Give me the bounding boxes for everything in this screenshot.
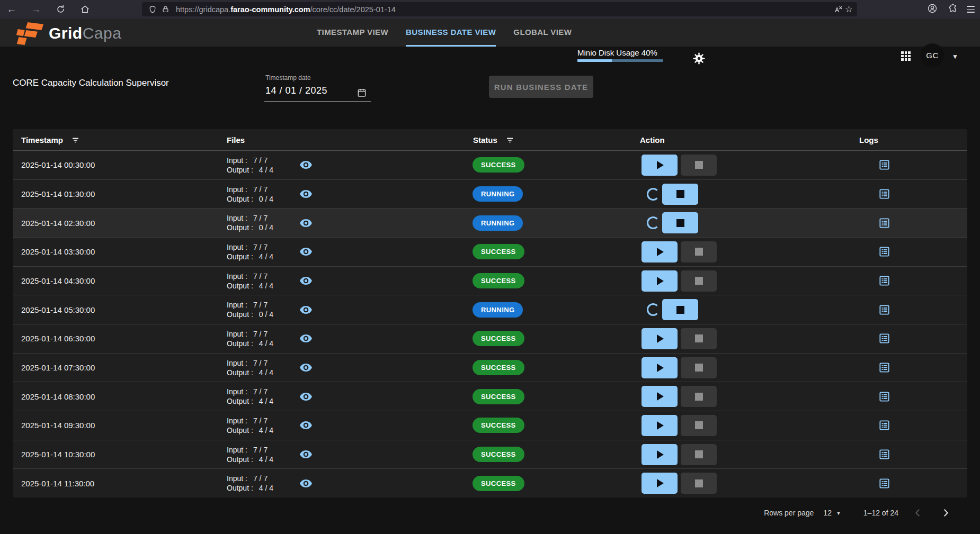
tab-timestamp-view[interactable]: TIMESTAMP VIEW xyxy=(317,19,388,47)
stop-button-disabled[interactable] xyxy=(681,155,717,176)
output-count: 0 / 4 xyxy=(259,223,273,232)
table-row[interactable]: 2025-01-14 04:30:00 Input :7 / 7 Output … xyxy=(13,266,967,295)
stop-button-disabled[interactable] xyxy=(681,473,717,494)
shield-icon[interactable] xyxy=(146,3,159,16)
input-label: Input : xyxy=(227,213,247,223)
logs-button[interactable] xyxy=(878,469,890,497)
timestamp-cell: 2025-01-14 02:30:00 xyxy=(21,209,95,237)
run-timestamp-button[interactable] xyxy=(642,415,678,436)
view-files-button[interactable] xyxy=(299,411,313,440)
table-row[interactable]: 2025-01-14 02:30:00 Input :7 / 7 Output … xyxy=(13,208,967,237)
timestamp-filter-button[interactable] xyxy=(70,135,81,146)
run-timestamp-button[interactable] xyxy=(642,270,678,292)
reload-icon[interactable] xyxy=(54,3,67,16)
logs-button[interactable] xyxy=(878,382,890,411)
stop-button-disabled[interactable] xyxy=(681,444,717,465)
table-row[interactable]: 2025-01-14 08:30:00 Input :7 / 7 Output … xyxy=(13,382,967,411)
table-row[interactable]: 2025-01-14 00:30:00 Input :7 / 7 Output … xyxy=(13,151,967,179)
run-business-date-button[interactable]: RUN BUSINESS DATE xyxy=(489,76,593,98)
stop-button-disabled[interactable] xyxy=(681,415,717,436)
timestamp-date-field[interactable]: Timestamp date 14 / 01 / 2025 xyxy=(264,74,371,96)
extensions-icon[interactable] xyxy=(947,3,957,15)
calendar-button[interactable] xyxy=(355,86,368,99)
tab-global-view[interactable]: GLOBAL VIEW xyxy=(513,19,572,47)
tab-business-date-view[interactable]: BUSINESS DATE VIEW xyxy=(406,19,496,47)
input-count: 7 / 7 xyxy=(253,416,268,426)
files-cell: Input :7 / 7 Output :4 / 4 xyxy=(227,382,273,411)
run-timestamp-button[interactable] xyxy=(642,241,678,263)
column-action: Action xyxy=(640,135,665,144)
logs-button[interactable] xyxy=(878,209,890,237)
table-row[interactable]: 2025-01-14 07:30:00 Input :7 / 7 Output … xyxy=(13,353,967,382)
run-timestamp-button[interactable] xyxy=(642,328,678,349)
logs-button[interactable] xyxy=(878,440,890,469)
view-files-button[interactable] xyxy=(299,382,313,411)
run-timestamp-button[interactable] xyxy=(642,473,678,494)
run-timestamp-button[interactable] xyxy=(642,155,678,176)
view-files-button[interactable] xyxy=(299,324,313,353)
input-label: Input : xyxy=(227,271,247,281)
action-cell xyxy=(642,209,698,237)
view-files-button[interactable] xyxy=(299,354,313,382)
table-row[interactable]: 2025-01-14 06:30:00 Input :7 / 7 Output … xyxy=(13,324,967,353)
view-files-button[interactable] xyxy=(299,209,313,237)
avatar[interactable]: GC xyxy=(921,43,944,67)
menu-icon[interactable] xyxy=(967,6,975,12)
stop-icon xyxy=(695,334,703,342)
back-icon[interactable]: ← xyxy=(5,3,18,16)
avatar-caret-icon[interactable]: ▼ xyxy=(952,53,958,60)
view-files-button[interactable] xyxy=(299,180,313,209)
settings-button[interactable] xyxy=(692,51,706,65)
stop-button-disabled[interactable] xyxy=(681,241,717,263)
files-cell: Input :7 / 7 Output :4 / 4 xyxy=(227,411,273,440)
view-files-button[interactable] xyxy=(299,267,313,295)
eye-icon xyxy=(299,158,313,171)
home-icon[interactable] xyxy=(78,3,91,16)
rows-per-page-value: 12 xyxy=(823,509,832,517)
stop-button-disabled[interactable] xyxy=(681,357,717,378)
bookmark-star-icon[interactable]: ☆ xyxy=(845,5,853,14)
stop-button-disabled[interactable] xyxy=(681,386,717,407)
table-row[interactable]: 2025-01-14 01:30:00 Input :7 / 7 Output … xyxy=(13,179,967,209)
url-text: https://gridcapa.farao-community.com/cor… xyxy=(176,5,832,14)
stop-button[interactable] xyxy=(662,184,698,205)
run-timestamp-button[interactable] xyxy=(642,386,678,407)
translate-icon[interactable] xyxy=(832,3,845,16)
view-files-button[interactable] xyxy=(299,151,313,179)
logs-button[interactable] xyxy=(878,238,890,266)
rows-per-page-select[interactable]: 12 ▼ xyxy=(823,509,841,517)
table-row[interactable]: 2025-01-14 10:30:00 Input :7 / 7 Output … xyxy=(13,440,967,469)
logs-button[interactable] xyxy=(878,295,890,324)
previous-page-button[interactable] xyxy=(910,505,926,521)
logs-button[interactable] xyxy=(878,151,890,179)
account-icon[interactable] xyxy=(927,3,938,16)
stop-button[interactable] xyxy=(662,212,698,233)
logs-button[interactable] xyxy=(878,324,890,353)
view-files-button[interactable] xyxy=(299,295,313,324)
play-icon xyxy=(657,421,664,430)
run-timestamp-button[interactable] xyxy=(642,444,678,465)
view-files-button[interactable] xyxy=(299,440,313,469)
stop-button-disabled[interactable] xyxy=(681,270,717,292)
stop-button-disabled[interactable] xyxy=(681,328,717,349)
table-row[interactable]: 2025-01-14 05:30:00 Input :7 / 7 Output … xyxy=(13,295,967,324)
view-files-button[interactable] xyxy=(299,238,313,266)
stop-button[interactable] xyxy=(662,299,698,320)
table-row[interactable]: 2025-01-14 03:30:00 Input :7 / 7 Output … xyxy=(13,237,967,266)
view-files-button[interactable] xyxy=(299,469,313,497)
run-timestamp-button[interactable] xyxy=(642,357,678,378)
url-bar[interactable]: https://gridcapa.farao-community.com/cor… xyxy=(142,2,857,16)
filter-icon xyxy=(70,135,81,145)
disk-usage-bar xyxy=(577,59,663,62)
next-page-button[interactable] xyxy=(938,505,954,521)
lock-icon[interactable] xyxy=(159,3,172,16)
table-row[interactable]: 2025-01-14 11:30:00 Input :7 / 7 Output … xyxy=(13,468,967,497)
logs-button[interactable] xyxy=(878,180,890,209)
apps-grid-button[interactable] xyxy=(900,50,912,62)
logs-button[interactable] xyxy=(878,354,890,382)
forward-icon[interactable]: → xyxy=(30,3,42,16)
status-filter-button[interactable] xyxy=(505,135,515,146)
logs-button[interactable] xyxy=(878,267,890,295)
logs-button[interactable] xyxy=(878,411,890,440)
table-row[interactable]: 2025-01-14 09:30:00 Input :7 / 7 Output … xyxy=(13,411,967,440)
